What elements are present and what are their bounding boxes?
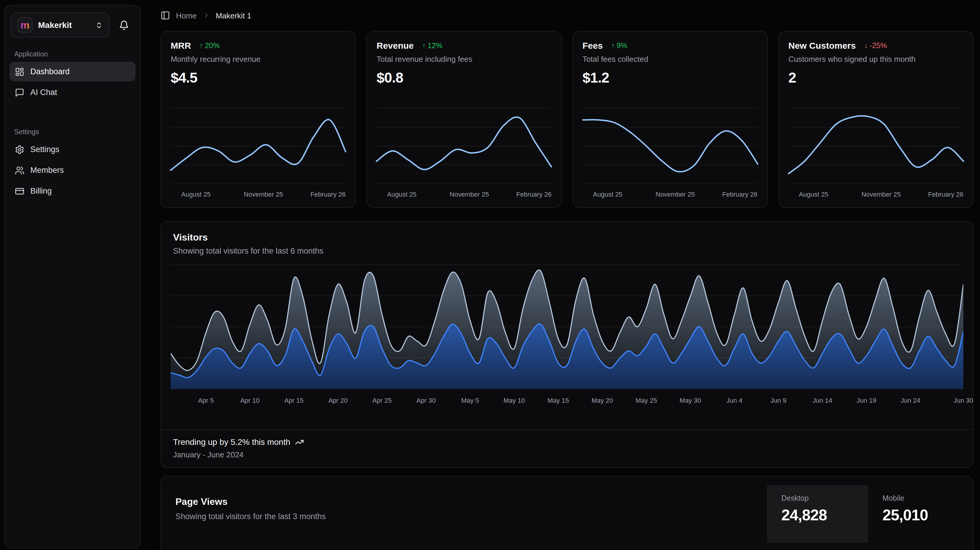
trend-value: 9% bbox=[617, 41, 627, 49]
x-tick: May 20 bbox=[592, 397, 613, 404]
trend-value: 12% bbox=[428, 41, 442, 49]
x-tick: Jun 4 bbox=[726, 397, 743, 404]
sidebar-nav: Application Dashboard AI Chat Settings S bbox=[10, 41, 135, 202]
sidebar-item-label: Settings bbox=[30, 145, 59, 154]
sidebar-toggle-button[interactable] bbox=[161, 11, 170, 20]
nav-spacer bbox=[10, 103, 135, 119]
x-tick: Apr 25 bbox=[372, 397, 391, 404]
trend-value: 20% bbox=[205, 41, 220, 49]
x-tick: Jun 9 bbox=[770, 397, 786, 404]
panel-left-icon bbox=[161, 11, 170, 20]
x-tick: August 25 bbox=[593, 191, 622, 198]
breadcrumb-current: Makerkit 1 bbox=[216, 11, 251, 20]
sidebar: m Makerkit Application Dashboard bbox=[4, 5, 141, 548]
trend-badge: ↑ 9% bbox=[611, 41, 627, 49]
x-tick: Jun 19 bbox=[857, 397, 876, 404]
arrow-up-icon: ↑ bbox=[199, 41, 203, 49]
nav-section-label: Application bbox=[10, 51, 135, 58]
sparkline-chart: August 25 November 25 February 26 bbox=[377, 108, 552, 200]
toggle-value: 25,010 bbox=[883, 506, 955, 525]
visitors-area-chart: Apr 5Apr 10Apr 15Apr 20Apr 25Apr 30May 5… bbox=[171, 264, 963, 407]
sparkline-x-axis: August 25 November 25 February 26 bbox=[789, 189, 964, 200]
sidebar-item-label: Billing bbox=[30, 187, 52, 195]
stat-title: Fees bbox=[582, 40, 603, 51]
visitors-title: Visitors bbox=[173, 232, 961, 243]
x-tick: Apr 15 bbox=[284, 397, 304, 404]
stat-value: $4.5 bbox=[171, 70, 346, 86]
x-tick: May 10 bbox=[503, 397, 525, 404]
toggle-mobile[interactable]: Mobile 25,010 bbox=[868, 485, 969, 543]
visitors-x-axis: Apr 5Apr 10Apr 15Apr 20Apr 25Apr 30May 5… bbox=[171, 395, 963, 407]
breadcrumb: Home Makerkit 1 bbox=[161, 0, 974, 31]
x-tick: November 25 bbox=[861, 191, 900, 198]
toggle-value: 24,828 bbox=[781, 506, 854, 525]
workspace-name: Makerkit bbox=[38, 20, 90, 30]
toggle-label: Desktop bbox=[781, 494, 854, 502]
stat-card-revenue: Revenue ↑ 12% Total revenue including fe… bbox=[367, 31, 562, 208]
stat-subtitle: Customers who signed up this month bbox=[789, 55, 964, 63]
toggle-label: Mobile bbox=[883, 494, 955, 502]
sidebar-item-members[interactable]: Members bbox=[10, 160, 135, 180]
x-tick: November 25 bbox=[450, 191, 489, 198]
sidebar-item-ai-chat[interactable]: AI Chat bbox=[10, 82, 135, 102]
x-tick: August 25 bbox=[387, 191, 417, 198]
x-tick: May 30 bbox=[680, 397, 701, 404]
arrow-down-icon: ↓ bbox=[864, 41, 868, 49]
sparkline-x-axis: August 25 November 25 February 26 bbox=[377, 189, 552, 200]
workspace-selector[interactable]: m Makerkit bbox=[11, 13, 110, 37]
trending-up-icon bbox=[295, 437, 304, 446]
gear-icon bbox=[15, 145, 24, 154]
page-views-subtitle: Showing total visitors for the last 3 mo… bbox=[175, 512, 753, 521]
chevrons-up-down-icon bbox=[95, 21, 103, 29]
trend-badge: ↓ -25% bbox=[864, 41, 887, 49]
page-views-toggles: Desktop 24,828 Mobile 25,010 bbox=[767, 485, 969, 550]
sidebar-item-dashboard[interactable]: Dashboard bbox=[10, 62, 135, 81]
stat-cards-row: MRR ↑ 20% Monthly recurring revenue $4.5… bbox=[161, 31, 974, 208]
x-tick: Apr 5 bbox=[198, 397, 214, 404]
sidebar-header: m Makerkit bbox=[10, 11, 135, 41]
bell-icon bbox=[119, 20, 129, 30]
notifications-button[interactable] bbox=[113, 14, 134, 36]
x-tick: February 26 bbox=[516, 191, 552, 198]
sidebar-item-settings[interactable]: Settings bbox=[10, 139, 135, 159]
x-tick: Apr 20 bbox=[328, 397, 348, 404]
x-tick: Apr 30 bbox=[417, 397, 436, 404]
visitors-card: Visitors Showing total visitors for the … bbox=[161, 221, 974, 468]
page-views-title: Page Views bbox=[175, 496, 753, 507]
stat-card-mrr: MRR ↑ 20% Monthly recurring revenue $4.5… bbox=[161, 31, 356, 208]
x-tick: November 25 bbox=[244, 191, 283, 198]
sidebar-item-label: Dashboard bbox=[30, 67, 70, 76]
chevron-right-icon bbox=[202, 12, 210, 19]
stat-subtitle: Monthly recurring revenue bbox=[171, 55, 346, 63]
trend-badge: ↑ 12% bbox=[422, 41, 443, 49]
sparkline-chart: August 25 November 25 February 26 bbox=[582, 108, 757, 200]
sidebar-item-billing[interactable]: Billing bbox=[10, 181, 135, 201]
x-tick: November 25 bbox=[655, 191, 695, 198]
stat-title: New Customers bbox=[789, 40, 856, 51]
toggle-desktop[interactable]: Desktop 24,828 bbox=[767, 485, 868, 543]
stat-value: $0.8 bbox=[377, 70, 552, 86]
x-tick: Jun 30 bbox=[953, 397, 973, 404]
x-tick: May 5 bbox=[461, 397, 479, 404]
arrow-up-icon: ↑ bbox=[611, 41, 615, 49]
main-content: Home Makerkit 1 MRR ↑ 20% Monthly recurr… bbox=[141, 0, 980, 550]
stat-subtitle: Total revenue including fees bbox=[377, 55, 552, 63]
page-views-card: Page Views Showing total visitors for th… bbox=[161, 476, 974, 550]
x-tick: Jun 24 bbox=[900, 397, 920, 404]
visitors-footer: Trending up by 5.2% this month January -… bbox=[161, 430, 973, 468]
dashboard-icon bbox=[15, 67, 24, 76]
message-square-icon bbox=[15, 87, 24, 97]
visitors-subtitle: Showing total visitors for the last 6 mo… bbox=[173, 246, 961, 255]
credit-card-icon bbox=[15, 186, 24, 196]
trend-value: -25% bbox=[870, 41, 887, 49]
sidebar-item-label: AI Chat bbox=[30, 88, 57, 97]
x-tick: February 26 bbox=[928, 191, 963, 198]
stat-value: $1.2 bbox=[582, 70, 757, 86]
x-tick: February 26 bbox=[310, 191, 346, 198]
app-root: m Makerkit Application Dashboard bbox=[0, 0, 980, 550]
breadcrumb-home[interactable]: Home bbox=[176, 11, 197, 20]
makerkit-logo: m bbox=[17, 17, 33, 33]
sidebar-item-label: Members bbox=[30, 166, 64, 174]
x-tick: August 25 bbox=[799, 191, 828, 198]
stat-value: 2 bbox=[789, 70, 964, 86]
